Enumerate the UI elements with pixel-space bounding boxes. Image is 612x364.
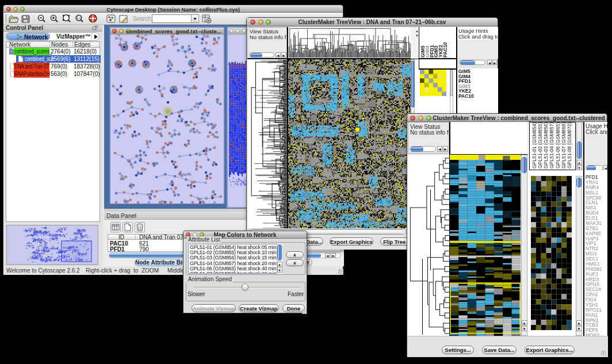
svg-text:1:1: 1:1 bbox=[76, 16, 81, 20]
